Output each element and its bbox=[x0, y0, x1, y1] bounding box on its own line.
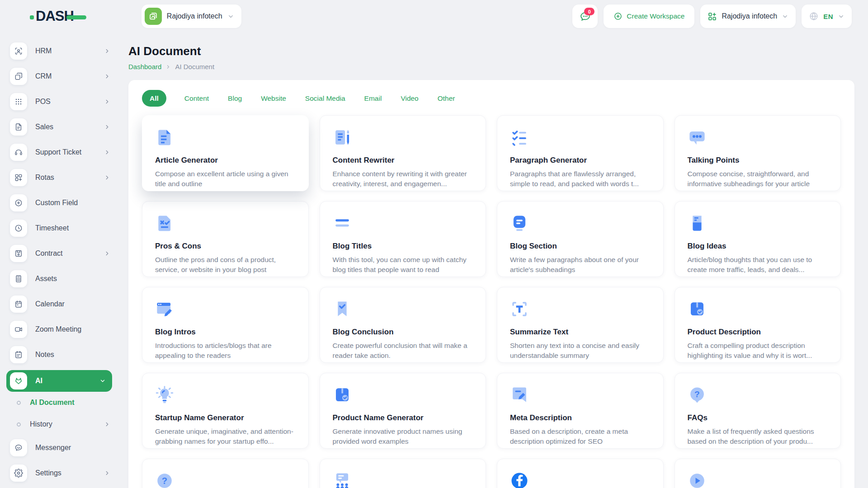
messenger-icon bbox=[10, 439, 27, 456]
filter-tab[interactable]: Blog bbox=[227, 90, 243, 107]
filter-tab-label: Blog bbox=[228, 94, 242, 102]
sidebar-item[interactable]: Notes bbox=[10, 342, 110, 367]
sidebar-item[interactable]: Settings bbox=[10, 460, 110, 486]
sidebar-item[interactable]: POS bbox=[10, 89, 110, 114]
sidebar-item[interactable]: Custom Field bbox=[10, 190, 110, 216]
template-card-title: Product Description bbox=[688, 328, 828, 337]
template-card[interactable]: Talking Points Compose concise, straight… bbox=[675, 115, 841, 191]
support-ticket-icon bbox=[10, 144, 27, 161]
template-card[interactable] bbox=[497, 459, 664, 488]
filter-tab[interactable]: Video bbox=[400, 90, 419, 107]
filter-tabs: All Content Blog Website Social Media bbox=[142, 90, 841, 107]
sidebar-item[interactable]: Zoom Meeting bbox=[10, 317, 110, 342]
sidebar-item-label: History bbox=[30, 420, 52, 428]
pos-icon bbox=[10, 93, 27, 110]
account-selector[interactable]: Rajodiya infotech bbox=[700, 5, 796, 28]
filter-tab[interactable]: Content bbox=[184, 90, 210, 107]
template-card[interactable]: Content Rewriter Enhance content by rewr… bbox=[320, 115, 486, 191]
create-workspace-button[interactable]: Create Workspace bbox=[604, 5, 694, 28]
zoom-meeting-icon bbox=[10, 321, 27, 338]
template-card[interactable]: Summarize Text Shorten any text into a c… bbox=[497, 287, 664, 363]
template-card[interactable]: Blog Ideas Article/blog thoughts that yo… bbox=[675, 201, 841, 277]
template-card-description: Enhance content by rewriting it with gre… bbox=[333, 169, 473, 189]
sidebar-item-label: Contract bbox=[35, 249, 62, 258]
template-card[interactable]: Blog Conclusion Create powerful conclusi… bbox=[320, 287, 486, 363]
filter-tab[interactable]: Social Media bbox=[304, 90, 346, 107]
chevron-icon bbox=[104, 421, 110, 427]
chevron-icon bbox=[104, 99, 110, 105]
sidebar-item[interactable]: Timesheet bbox=[10, 216, 110, 241]
template-card[interactable]: Startup Name Generator Generate unique, … bbox=[142, 373, 309, 449]
template-card-title: Blog Section bbox=[510, 242, 651, 251]
sidebar-item[interactable]: CRM bbox=[10, 64, 110, 89]
sidebar-item[interactable]: Messenger bbox=[10, 435, 110, 460]
dot-ring-icon bbox=[10, 394, 27, 411]
settings-icon bbox=[10, 465, 27, 482]
template-card[interactable]: Meta Description Based on a description,… bbox=[497, 373, 664, 449]
template-card[interactable] bbox=[675, 459, 841, 488]
filter-tab-label: Content bbox=[184, 94, 209, 102]
sidebar-item-label: Support Ticket bbox=[35, 148, 81, 156]
template-card[interactable]: Pros & Cons Outline the pros and cons of… bbox=[142, 201, 309, 277]
filter-tab[interactable]: All bbox=[142, 90, 166, 107]
sidebar-item[interactable]: AI bbox=[6, 370, 112, 392]
summarize-text-icon bbox=[510, 300, 529, 319]
create-workspace-label: Create Workspace bbox=[627, 12, 684, 20]
sales-icon bbox=[10, 118, 27, 136]
app-logo[interactable]: DASH bbox=[30, 8, 86, 24]
sidebar-item[interactable]: Calendar bbox=[10, 291, 110, 317]
template-card-description: Generate unique, imaginative, and attent… bbox=[155, 427, 296, 447]
sidebar-item[interactable]: History bbox=[10, 413, 110, 435]
template-card[interactable]: Paragraph Generator Paragraphs that are … bbox=[497, 115, 664, 191]
filter-tab-label: Email bbox=[364, 94, 382, 102]
sidebar-item[interactable]: Support Ticket bbox=[10, 140, 110, 165]
filter-tab[interactable]: Email bbox=[363, 90, 383, 107]
messages-button[interactable]: 0 bbox=[572, 5, 598, 28]
sidebar-item-label: Custom Field bbox=[35, 199, 78, 207]
chevron-icon bbox=[104, 73, 110, 80]
template-card[interactable]: ? bbox=[142, 459, 309, 488]
breadcrumb-separator-icon bbox=[165, 64, 171, 70]
template-card[interactable]: Product Name Generator Generate innovati… bbox=[320, 373, 486, 449]
template-card-description: With this tool, you can come up with cat… bbox=[333, 255, 473, 275]
sidebar: HRM CRM POS Sales bbox=[0, 33, 118, 486]
sidebar-item[interactable]: Rotas bbox=[10, 165, 110, 190]
template-card-description: Introductions to articles/blogs that are… bbox=[155, 341, 296, 361]
rotas-icon bbox=[10, 169, 27, 186]
template-grid: Article Generator Compose an excellent a… bbox=[142, 115, 841, 488]
sidebar-item[interactable]: Contract bbox=[10, 241, 110, 266]
blog-intro-icon bbox=[155, 300, 174, 319]
notes-icon bbox=[10, 346, 27, 363]
template-card[interactable]: Blog Intros Introductions to articles/bl… bbox=[142, 287, 309, 363]
sidebar-item[interactable]: Assets bbox=[10, 266, 110, 291]
template-card[interactable]: ? FAQs Make a list of frequently asked q… bbox=[675, 373, 841, 449]
template-card[interactable]: Blog Section Write a few paragraphs abou… bbox=[497, 201, 664, 277]
template-card[interactable] bbox=[320, 459, 486, 488]
template-card-description: Generate innovative product names using … bbox=[333, 427, 473, 447]
sidebar-item[interactable]: Sales bbox=[10, 114, 110, 140]
sidebar-item[interactable]: AI Document bbox=[10, 392, 110, 413]
sidebar-item-label: POS bbox=[35, 98, 51, 106]
filter-tab[interactable]: Website bbox=[260, 90, 287, 107]
template-card-title: Product Name Generator bbox=[333, 413, 473, 422]
template-card-title: Blog Conclusion bbox=[333, 328, 473, 337]
template-card[interactable]: Blog Titles With this tool, you can come… bbox=[320, 201, 486, 277]
assets-icon bbox=[10, 270, 27, 287]
calendar-icon bbox=[10, 296, 27, 313]
chevron-icon bbox=[104, 48, 110, 54]
workspace-selector[interactable]: Rajodiya infotech bbox=[142, 5, 241, 28]
template-card[interactable]: Article Generator Compose an excellent a… bbox=[142, 115, 309, 191]
chevron-down-icon bbox=[782, 13, 788, 20]
chevron-down-icon bbox=[838, 13, 844, 20]
filter-tab[interactable]: Other bbox=[437, 90, 456, 107]
sidebar-item-label: Zoom Meeting bbox=[35, 325, 81, 333]
filter-tab-label: All bbox=[150, 94, 159, 102]
sidebar-item[interactable]: HRM bbox=[10, 38, 110, 64]
breadcrumb-dashboard-link[interactable]: Dashboard bbox=[128, 63, 161, 70]
custom-field-icon bbox=[10, 194, 27, 211]
template-card-title: Article Generator bbox=[155, 156, 296, 165]
account-name: Rajodiya infotech bbox=[722, 12, 777, 20]
template-card[interactable]: Product Description Craft a compelling p… bbox=[675, 287, 841, 363]
language-selector[interactable]: EN bbox=[802, 5, 852, 28]
sidebar-item-label: AI Document bbox=[30, 399, 75, 407]
